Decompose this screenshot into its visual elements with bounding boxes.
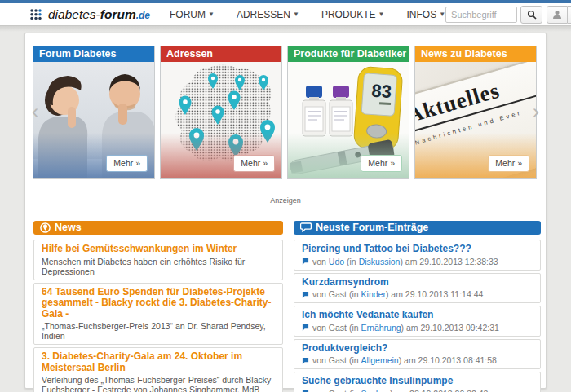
forum-entry: Kurzdarmsyndrom von Gast (in Kinder) am … [294,273,541,304]
news-item-title[interactable]: 64 Tausend Euro Spenden für Diabetes-Pro… [42,287,275,320]
more-button-adressen[interactable]: Mehr » [233,155,275,172]
speech-bubble-icon [300,222,312,232]
teaser-card-news[interactable]: Aktuelles Nachrichten und Ever News zu D… [414,46,537,179]
forum-entry-meta: von Gast (in Suchen) am 28.10.2013 20:32… [302,389,533,392]
news-item-description: Verleihung des „Thomas-Fuchsberger-Preis… [42,375,275,392]
forum-panel-header: Neuste Forum-Einträge [294,221,541,235]
site-header: diabetes-forum.de FORUM▼ ADRESSEN▼ PRODU… [0,3,571,26]
forum-category-link[interactable]: Ernährung [361,323,401,333]
forum-entry-title[interactable]: Produktvergleich? [302,343,533,355]
nav-item-forum[interactable]: FORUM▼ [170,9,215,20]
news-item: 3. Diabetes-Charity-Gala am 24. Oktober … [33,347,283,392]
forum-entry: Piercing und Tattoo bei Diabetes??? von … [294,240,541,271]
user-menu-group: ▼ [547,6,571,24]
main-nav: FORUM▼ ADRESSEN▼ PRODUKTE▼ INFOS▼ [170,9,445,20]
forum-user: Gast [329,323,347,333]
search-area: ▼ [445,6,571,24]
card-title-forum: Forum Diabetes [33,46,154,62]
more-button-produkte[interactable]: Mehr » [361,155,402,172]
search-button[interactable] [520,6,542,24]
nav-item-produkte[interactable]: PRODUKTE▼ [321,9,385,20]
news-panel-title: News [55,222,82,233]
forum-entry-datetime: ) am 29.10.2013 11:14:44 [386,289,483,299]
site-logo[interactable]: diabetes-forum.de [29,7,150,22]
comment-icon [302,258,309,265]
news-marker-icon [40,222,51,233]
forum-entry-title[interactable]: Ich möchte Vedanate kaufen [302,310,533,321]
news-item-description: Menschen mit Diabetes haben ein erhöhtes… [42,257,275,276]
teaser-carousel: Forum Diabetes Mehr » [33,46,537,179]
nav-item-adressen[interactable]: ADRESSEN▼ [237,9,299,20]
news-item-title[interactable]: 3. Diabetes-Charity-Gala am 24. Oktober … [42,351,275,373]
forum-entry-meta: von Gast (in Ernährung) am 29.10.2013 09… [302,323,533,333]
teaser-card-adressen[interactable]: Adressen Mehr » [160,46,282,179]
logo-text: diabetes-forum.de [48,7,150,22]
forum-category-link[interactable]: Allgemein [361,355,399,365]
news-panel-header: News [33,221,283,235]
user-icon [552,10,562,20]
search-input[interactable] [445,7,517,23]
forum-entry-datetime: ) am 29.10.2013 09:42:31 [401,323,499,333]
forum-entry: Suche gebrauchte Insulinpumpe von Gast (… [294,372,541,392]
forum-entry: Produktvergleich? von Gast (in Allgemein… [294,339,541,370]
carousel-next-icon[interactable]: › [533,102,539,121]
comment-icon [302,291,309,298]
comment-icon [302,357,309,364]
user-menu-caret-button[interactable]: ▼ [568,6,571,24]
forum-user: Gast [329,389,347,392]
news-panel: News Hilfe bei Gemütsschwankungen im Win… [33,221,283,392]
forum-entry-datetime: ) am 28.10.2013 20:32:43 [390,389,488,392]
header-shadow [0,26,571,32]
teaser-card-forum[interactable]: Forum Diabetes Mehr » [33,46,155,179]
news-item: 64 Tausend Euro Spenden für Diabetes-Pro… [33,283,283,346]
news-item: Hilfe bei Gemütsschwankungen im Winter M… [33,240,283,280]
chevron-down-icon: ▼ [378,11,385,18]
forum-panel: Neuste Forum-Einträge Piercing und Tatto… [294,221,541,392]
forum-user: Gast [329,355,347,365]
more-button-news[interactable]: Mehr » [488,155,529,172]
card-title-adressen: Adressen [161,46,281,62]
teaser-card-produkte[interactable]: 83 [287,46,409,179]
forum-panel-title: Neuste Forum-Einträge [316,222,428,233]
chevron-down-icon: ▼ [208,11,215,18]
forum-entry-title[interactable]: Kurzdarmsyndrom [302,277,533,288]
forum-list: Piercing und Tattoo bei Diabetes??? von … [294,240,541,392]
comment-icon [302,324,309,331]
main-container: Forum Diabetes Mehr » [24,33,547,389]
news-list: Hilfe bei Gemütsschwankungen im Winter M… [33,240,283,392]
forum-entry-meta: von Gast (in Allgemein) am 29.10.2013 08… [302,355,533,365]
card-title-produkte: Produkte für Diabetiker [288,46,409,62]
forum-user-link[interactable]: Udo [329,257,344,266]
forum-entry-datetime: ) am 29.10.2013 08:41:58 [399,355,497,365]
news-item-description: „Thomas-Fuchsberger-Preis 2013“ an Dr. S… [42,321,275,341]
forum-entry: Ich möchte Vedanate kaufen von Gast (in … [294,306,541,337]
ads-label: Anzeigen [25,196,546,205]
search-icon [527,10,537,20]
forum-category-link[interactable]: Suchen [361,389,391,392]
forum-entry-datetime: ) am 29.10.2013 12:38:33 [400,257,498,266]
forum-entry-meta: von Gast (in Kinder) am 29.10.2013 11:14… [302,289,533,299]
svg-text:83: 83 [371,80,392,102]
card-title-news: News zu Diabetes [415,46,536,62]
forum-category-link[interactable]: Diskussion [359,257,401,266]
logo-dots-icon [29,8,44,20]
more-button-forum[interactable]: Mehr » [106,155,148,172]
newspaper-headline: Aktuelles [415,58,536,128]
carousel-prev-icon[interactable]: ‹ [32,102,38,121]
news-item-title[interactable]: Hilfe bei Gemütsschwankungen im Winter [42,244,275,255]
nav-item-infos[interactable]: INFOS▼ [407,9,446,20]
forum-entry-title[interactable]: Suche gebrauchte Insulinpumpe [302,376,533,387]
forum-entry-title[interactable]: Piercing und Tattoo bei Diabetes??? [302,244,533,255]
forum-entry-meta: von Udo (in Diskussion) am 29.10.2013 12… [302,257,533,266]
chevron-down-icon: ▼ [439,11,445,18]
forum-category-link[interactable]: Kinder [361,289,386,299]
forum-user: Gast [329,289,347,299]
chevron-down-icon: ▼ [293,11,299,18]
user-button[interactable] [547,6,568,24]
